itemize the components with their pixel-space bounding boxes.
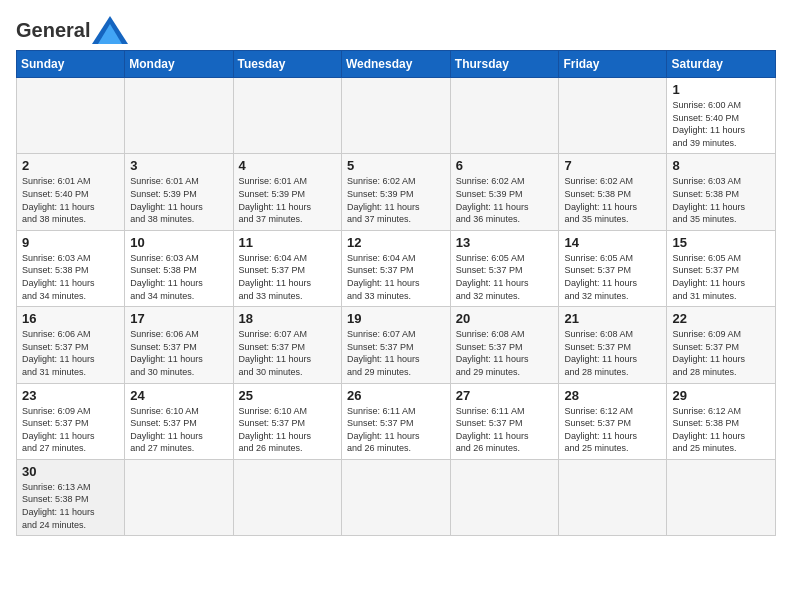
day-number: 23 [22, 388, 119, 403]
day-info: Sunrise: 6:05 AM Sunset: 5:37 PM Dayligh… [456, 252, 554, 302]
day-info: Sunrise: 6:00 AM Sunset: 5:40 PM Dayligh… [672, 99, 770, 149]
day-info: Sunrise: 6:10 AM Sunset: 5:37 PM Dayligh… [130, 405, 227, 455]
calendar-cell: 10Sunrise: 6:03 AM Sunset: 5:38 PM Dayli… [125, 230, 233, 306]
day-number: 27 [456, 388, 554, 403]
day-info: Sunrise: 6:04 AM Sunset: 5:37 PM Dayligh… [347, 252, 445, 302]
day-number: 18 [239, 311, 336, 326]
day-header-friday: Friday [559, 51, 667, 78]
calendar-cell [559, 459, 667, 535]
calendar-cell: 22Sunrise: 6:09 AM Sunset: 5:37 PM Dayli… [667, 307, 776, 383]
day-number: 29 [672, 388, 770, 403]
day-number: 15 [672, 235, 770, 250]
day-number: 22 [672, 311, 770, 326]
logo: General [16, 16, 128, 40]
day-number: 30 [22, 464, 119, 479]
day-info: Sunrise: 6:01 AM Sunset: 5:39 PM Dayligh… [239, 175, 336, 225]
calendar-cell: 6Sunrise: 6:02 AM Sunset: 5:39 PM Daylig… [450, 154, 559, 230]
calendar-cell: 9Sunrise: 6:03 AM Sunset: 5:38 PM Daylig… [17, 230, 125, 306]
calendar-cell: 7Sunrise: 6:02 AM Sunset: 5:38 PM Daylig… [559, 154, 667, 230]
day-header-thursday: Thursday [450, 51, 559, 78]
calendar-cell: 1Sunrise: 6:00 AM Sunset: 5:40 PM Daylig… [667, 78, 776, 154]
calendar-cell: 20Sunrise: 6:08 AM Sunset: 5:37 PM Dayli… [450, 307, 559, 383]
day-header-saturday: Saturday [667, 51, 776, 78]
calendar-cell [341, 78, 450, 154]
day-number: 17 [130, 311, 227, 326]
day-info: Sunrise: 6:12 AM Sunset: 5:37 PM Dayligh… [564, 405, 661, 455]
logo-icon [92, 16, 128, 44]
day-header-monday: Monday [125, 51, 233, 78]
day-number: 19 [347, 311, 445, 326]
calendar-week-row: 2Sunrise: 6:01 AM Sunset: 5:40 PM Daylig… [17, 154, 776, 230]
calendar-cell: 29Sunrise: 6:12 AM Sunset: 5:38 PM Dayli… [667, 383, 776, 459]
day-info: Sunrise: 6:05 AM Sunset: 5:37 PM Dayligh… [672, 252, 770, 302]
calendar-cell [125, 78, 233, 154]
calendar-week-row: 1Sunrise: 6:00 AM Sunset: 5:40 PM Daylig… [17, 78, 776, 154]
calendar-cell [233, 459, 341, 535]
calendar-cell: 17Sunrise: 6:06 AM Sunset: 5:37 PM Dayli… [125, 307, 233, 383]
calendar-cell [450, 459, 559, 535]
day-number: 16 [22, 311, 119, 326]
day-info: Sunrise: 6:11 AM Sunset: 5:37 PM Dayligh… [347, 405, 445, 455]
day-number: 1 [672, 82, 770, 97]
day-info: Sunrise: 6:04 AM Sunset: 5:37 PM Dayligh… [239, 252, 336, 302]
day-header-sunday: Sunday [17, 51, 125, 78]
calendar-cell: 26Sunrise: 6:11 AM Sunset: 5:37 PM Dayli… [341, 383, 450, 459]
day-number: 28 [564, 388, 661, 403]
day-number: 5 [347, 158, 445, 173]
calendar-cell: 12Sunrise: 6:04 AM Sunset: 5:37 PM Dayli… [341, 230, 450, 306]
calendar-week-row: 9Sunrise: 6:03 AM Sunset: 5:38 PM Daylig… [17, 230, 776, 306]
day-info: Sunrise: 6:09 AM Sunset: 5:37 PM Dayligh… [672, 328, 770, 378]
day-info: Sunrise: 6:11 AM Sunset: 5:37 PM Dayligh… [456, 405, 554, 455]
page-header: General [16, 16, 776, 40]
day-info: Sunrise: 6:03 AM Sunset: 5:38 PM Dayligh… [130, 252, 227, 302]
calendar-cell [667, 459, 776, 535]
day-number: 4 [239, 158, 336, 173]
calendar-week-row: 16Sunrise: 6:06 AM Sunset: 5:37 PM Dayli… [17, 307, 776, 383]
day-number: 24 [130, 388, 227, 403]
day-info: Sunrise: 6:02 AM Sunset: 5:38 PM Dayligh… [564, 175, 661, 225]
day-header-tuesday: Tuesday [233, 51, 341, 78]
day-number: 12 [347, 235, 445, 250]
day-info: Sunrise: 6:07 AM Sunset: 5:37 PM Dayligh… [239, 328, 336, 378]
day-number: 10 [130, 235, 227, 250]
day-info: Sunrise: 6:13 AM Sunset: 5:38 PM Dayligh… [22, 481, 119, 531]
calendar-cell [341, 459, 450, 535]
calendar-cell: 25Sunrise: 6:10 AM Sunset: 5:37 PM Dayli… [233, 383, 341, 459]
calendar-cell: 8Sunrise: 6:03 AM Sunset: 5:38 PM Daylig… [667, 154, 776, 230]
calendar-cell: 28Sunrise: 6:12 AM Sunset: 5:37 PM Dayli… [559, 383, 667, 459]
day-number: 14 [564, 235, 661, 250]
day-number: 13 [456, 235, 554, 250]
calendar-week-row: 23Sunrise: 6:09 AM Sunset: 5:37 PM Dayli… [17, 383, 776, 459]
calendar-cell: 18Sunrise: 6:07 AM Sunset: 5:37 PM Dayli… [233, 307, 341, 383]
calendar-cell [559, 78, 667, 154]
calendar-cell: 2Sunrise: 6:01 AM Sunset: 5:40 PM Daylig… [17, 154, 125, 230]
day-info: Sunrise: 6:10 AM Sunset: 5:37 PM Dayligh… [239, 405, 336, 455]
day-info: Sunrise: 6:06 AM Sunset: 5:37 PM Dayligh… [130, 328, 227, 378]
day-info: Sunrise: 6:07 AM Sunset: 5:37 PM Dayligh… [347, 328, 445, 378]
day-info: Sunrise: 6:03 AM Sunset: 5:38 PM Dayligh… [672, 175, 770, 225]
calendar-cell: 19Sunrise: 6:07 AM Sunset: 5:37 PM Dayli… [341, 307, 450, 383]
day-number: 7 [564, 158, 661, 173]
day-number: 11 [239, 235, 336, 250]
calendar-cell: 14Sunrise: 6:05 AM Sunset: 5:37 PM Dayli… [559, 230, 667, 306]
day-info: Sunrise: 6:01 AM Sunset: 5:39 PM Dayligh… [130, 175, 227, 225]
calendar-cell [450, 78, 559, 154]
calendar-cell [17, 78, 125, 154]
calendar-cell: 4Sunrise: 6:01 AM Sunset: 5:39 PM Daylig… [233, 154, 341, 230]
calendar-cell: 11Sunrise: 6:04 AM Sunset: 5:37 PM Dayli… [233, 230, 341, 306]
day-info: Sunrise: 6:02 AM Sunset: 5:39 PM Dayligh… [456, 175, 554, 225]
day-header-wednesday: Wednesday [341, 51, 450, 78]
day-number: 3 [130, 158, 227, 173]
calendar-cell: 3Sunrise: 6:01 AM Sunset: 5:39 PM Daylig… [125, 154, 233, 230]
calendar-cell [125, 459, 233, 535]
calendar-cell: 5Sunrise: 6:02 AM Sunset: 5:39 PM Daylig… [341, 154, 450, 230]
calendar-cell [233, 78, 341, 154]
calendar-table: SundayMondayTuesdayWednesdayThursdayFrid… [16, 50, 776, 536]
day-number: 6 [456, 158, 554, 173]
calendar-cell: 27Sunrise: 6:11 AM Sunset: 5:37 PM Dayli… [450, 383, 559, 459]
logo-general: General [16, 20, 90, 40]
day-info: Sunrise: 6:05 AM Sunset: 5:37 PM Dayligh… [564, 252, 661, 302]
calendar-body: 1Sunrise: 6:00 AM Sunset: 5:40 PM Daylig… [17, 78, 776, 536]
day-info: Sunrise: 6:12 AM Sunset: 5:38 PM Dayligh… [672, 405, 770, 455]
day-info: Sunrise: 6:03 AM Sunset: 5:38 PM Dayligh… [22, 252, 119, 302]
